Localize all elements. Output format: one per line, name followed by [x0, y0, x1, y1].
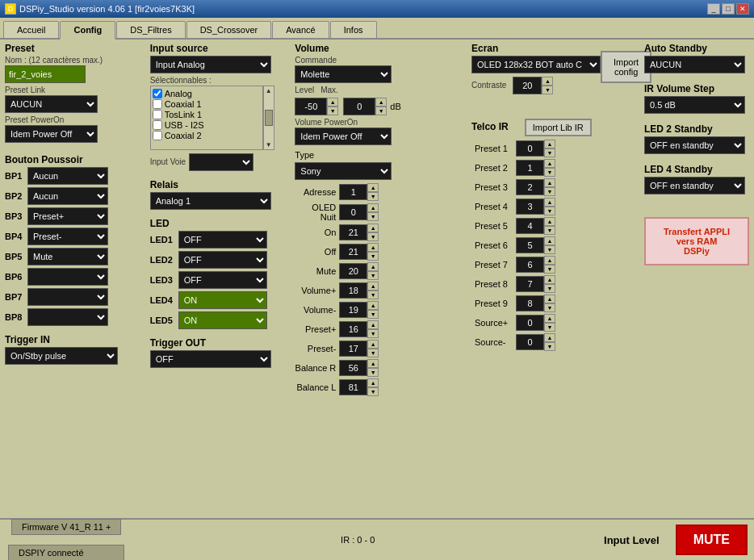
bp1-select[interactable]: Aucun [27, 167, 108, 185]
preset1-down[interactable]: ▼ [544, 148, 555, 157]
preset4-input[interactable] [516, 199, 544, 215]
level-up-button[interactable]: ▲ [327, 98, 338, 107]
volumeplus-up[interactable]: ▲ [367, 282, 379, 290]
input-source-select[interactable]: Input Analog [150, 56, 271, 73]
on-up[interactable]: ▲ [367, 224, 379, 232]
bp3-select[interactable]: Preset+ [27, 207, 108, 225]
preset3-down[interactable]: ▼ [544, 187, 555, 196]
auto-standby-select[interactable]: AUCUN [644, 56, 745, 73]
preset6-input[interactable] [516, 237, 544, 253]
coaxial1-checkbox[interactable] [153, 99, 162, 109]
ir-volume-step-select[interactable]: 0.5 dB [644, 96, 745, 114]
led3-select[interactable]: OFF [178, 271, 267, 289]
sourceplus-input[interactable] [516, 315, 544, 331]
balancel-input[interactable] [339, 379, 367, 395]
preset3-input[interactable] [516, 179, 544, 195]
balancel-up[interactable]: ▲ [367, 378, 379, 387]
volume-poweron-select[interactable]: Idem Power Off [295, 127, 392, 145]
on-input[interactable] [339, 224, 367, 240]
preset1-input[interactable] [516, 140, 544, 157]
preset-link-select[interactable]: AUCUN [5, 95, 98, 113]
volumeminus-input[interactable] [339, 302, 367, 318]
mute-input[interactable] [339, 263, 367, 279]
presetplus-up[interactable]: ▲ [367, 320, 379, 329]
off-input[interactable] [339, 244, 367, 260]
preset1-up[interactable]: ▲ [544, 140, 555, 148]
preset2-input[interactable] [516, 160, 544, 176]
presetplus-down[interactable]: ▼ [367, 329, 379, 338]
oled-nuit-input[interactable] [339, 204, 367, 220]
adresse-input[interactable] [339, 184, 367, 200]
off-down[interactable]: ▼ [367, 252, 379, 261]
type-select[interactable]: Sony [295, 162, 392, 180]
preset6-up[interactable]: ▲ [544, 236, 555, 245]
preset4-up[interactable]: ▲ [544, 198, 555, 207]
led2-select[interactable]: OFF [178, 251, 267, 269]
balancel-down[interactable]: ▼ [367, 387, 379, 396]
led4-select[interactable]: ON [178, 291, 267, 309]
scroll-thumb[interactable] [265, 110, 273, 126]
scroll-down-arrow[interactable]: ▼ [266, 141, 272, 148]
balancer-down[interactable]: ▼ [367, 368, 379, 377]
ecran-select[interactable]: OLED 128x32 BOT auto C [471, 56, 601, 73]
bp2-select[interactable]: Aucun [27, 187, 108, 205]
tab-infos[interactable]: Infos [330, 21, 377, 38]
transfer-button[interactable]: Transfert APPLI vers RAMDSPiy [644, 217, 749, 265]
preset-name-input[interactable]: fir_2_voies [5, 65, 86, 83]
preset-poweron-select[interactable]: Idem Power Off [5, 125, 98, 143]
tab-config[interactable]: Config [60, 21, 115, 40]
oled-nuit-down[interactable]: ▼ [367, 212, 379, 221]
max-down-button[interactable]: ▼ [375, 107, 387, 115]
trigger-in-select[interactable]: On/Stby pulse [5, 347, 118, 365]
sourceminus-down[interactable]: ▼ [544, 342, 555, 351]
presetminus-down[interactable]: ▼ [367, 349, 379, 357]
preset5-down[interactable]: ▼ [544, 226, 555, 235]
relais-select[interactable]: Analog 1 [150, 192, 271, 210]
toslink1-checkbox[interactable] [153, 110, 162, 119]
maximize-button[interactable]: □ [722, 3, 735, 15]
mute-button[interactable]: MUTE [676, 524, 748, 555]
preset8-down[interactable]: ▼ [544, 284, 555, 293]
tab-avance[interactable]: Avancé [272, 21, 329, 38]
led5-select[interactable]: ON [178, 311, 267, 329]
on-down[interactable]: ▼ [367, 232, 379, 241]
led4-standby-select[interactable]: OFF en standby [644, 177, 745, 194]
tab-ds-filtres[interactable]: DS_Filtres [116, 21, 185, 38]
coaxial2-checkbox[interactable] [153, 131, 162, 140]
level-down-button[interactable]: ▼ [327, 107, 338, 115]
contraste-down[interactable]: ▼ [542, 86, 553, 94]
preset7-input[interactable] [516, 257, 544, 273]
mute-down[interactable]: ▼ [367, 271, 379, 280]
presetminus-input[interactable] [339, 341, 367, 357]
close-button[interactable]: ✕ [736, 3, 749, 15]
sourceplus-down[interactable]: ▼ [544, 323, 555, 332]
preset4-down[interactable]: ▼ [544, 207, 555, 215]
volumeminus-down[interactable]: ▼ [367, 310, 379, 319]
volumeplus-down[interactable]: ▼ [367, 290, 379, 299]
adresse-down[interactable]: ▼ [367, 192, 379, 201]
preset8-up[interactable]: ▲ [544, 275, 555, 284]
led1-select[interactable]: OFF [178, 231, 267, 249]
preset8-input[interactable] [516, 276, 544, 292]
adresse-up[interactable]: ▲ [367, 183, 379, 192]
usb-i2s-checkbox[interactable] [153, 120, 162, 130]
mute-up[interactable]: ▲ [367, 262, 379, 271]
max-up-button[interactable]: ▲ [375, 98, 387, 107]
volumeminus-up[interactable]: ▲ [367, 301, 379, 310]
preset9-input[interactable] [516, 295, 544, 311]
bp5-select[interactable]: Mute [27, 248, 108, 265]
contraste-up[interactable]: ▲ [542, 77, 553, 86]
max-input[interactable] [343, 98, 375, 115]
commande-select[interactable]: Molette [295, 65, 392, 83]
trigger-out-select[interactable]: OFF [150, 350, 271, 368]
bp6-select[interactable] [27, 268, 108, 286]
preset7-down[interactable]: ▼ [544, 265, 555, 274]
preset3-up[interactable]: ▲ [544, 178, 555, 187]
scroll-up-arrow[interactable]: ▲ [266, 87, 272, 94]
input-voie-select[interactable] [189, 153, 253, 171]
presetplus-input[interactable] [339, 321, 367, 337]
balancer-input[interactable] [339, 360, 367, 376]
minimize-button[interactable]: _ [707, 3, 720, 15]
analog-checkbox[interactable] [153, 89, 162, 98]
bp8-select[interactable] [27, 308, 108, 326]
